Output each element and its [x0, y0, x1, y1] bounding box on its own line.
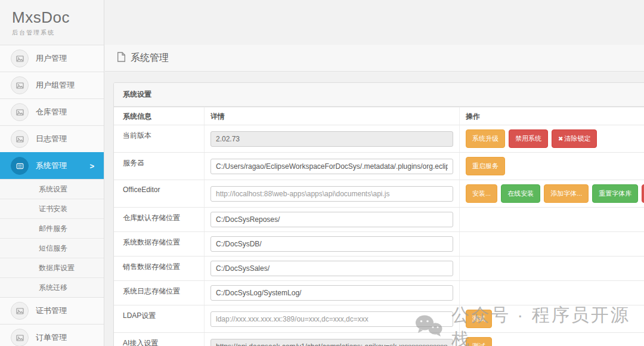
- current-version-input[interactable]: [210, 131, 453, 147]
- table-row: 仓库默认存储位置: [114, 207, 644, 231]
- setting-label: 系统日志存储位置: [114, 281, 205, 305]
- sidebar-item-label: 用户组管理: [36, 80, 75, 91]
- server-path-input[interactable]: [210, 159, 453, 174]
- sidebar-subitem-system-migration[interactable]: 系统迁移: [0, 277, 104, 297]
- image-icon: [11, 302, 29, 320]
- col-header-actions: 操作: [460, 107, 644, 125]
- app-logo: MxsDoc 后台管理系统: [0, 0, 104, 45]
- sidebar-item-label: 证书管理: [36, 305, 67, 316]
- table-row: AI接入设置 测试: [114, 332, 644, 346]
- setting-label: 系统数据存储位置: [114, 232, 205, 256]
- disable-button[interactable]: 禁用: [642, 184, 644, 203]
- table-row: 系统日志存储位置: [114, 280, 644, 305]
- setting-label: 服务器: [114, 153, 205, 180]
- restart-service-button[interactable]: 重启服务: [466, 157, 505, 175]
- ldap-test-button[interactable]: 测试: [466, 310, 492, 328]
- system-upgrade-button[interactable]: 系统升级: [466, 129, 505, 148]
- sidebar-item-repository-management[interactable]: 仓库管理: [0, 98, 104, 125]
- system-log-storage-input[interactable]: [210, 285, 453, 301]
- sidebar-subitem-database-settings[interactable]: 数据库设置: [0, 258, 104, 277]
- sidebar-item-usergroup-management[interactable]: 用户组管理: [0, 72, 104, 98]
- sidebar: MxsDoc 后台管理系统 用户管理 用户组管理 仓库管理 日志管理 系统管理 …: [0, 0, 104, 346]
- sidebar-item-label: 仓库管理: [36, 107, 67, 118]
- table-row: 销售数据存储位置: [114, 256, 644, 280]
- install-button[interactable]: 安装...: [466, 184, 497, 203]
- office-editor-input[interactable]: [210, 186, 453, 202]
- image-icon: [11, 103, 29, 121]
- table-row: LDAP设置 测试: [114, 305, 644, 332]
- table-row: 当前版本 系统升级 禁用系统 ✖清除锁定: [114, 125, 644, 152]
- setting-label: 仓库默认存储位置: [114, 208, 205, 231]
- table-row: OfficeEditor 安装... 在线安装 添加字体... 重置字体库 禁用: [114, 180, 644, 207]
- col-header-system-info: 系统信息: [114, 107, 205, 125]
- col-header-details: 详情: [205, 107, 460, 125]
- content-area: 系统设置 系统信息 详情 操作 当前版本 系统升级 禁用系统 ✖清除锁定 服务器: [105, 72, 644, 346]
- reset-font-library-button[interactable]: 重置字体库: [592, 184, 638, 203]
- file-icon: [117, 52, 126, 64]
- page-title: 系统管理: [131, 52, 169, 64]
- remove-icon: ✖: [558, 135, 563, 142]
- table-row: 系统数据存储位置: [114, 231, 644, 256]
- app-subtitle: 后台管理系统: [12, 29, 104, 37]
- list-icon: [11, 157, 29, 175]
- table-row: 服务器 重启服务: [114, 152, 644, 180]
- sidebar-item-system-management[interactable]: 系统管理 >: [0, 152, 104, 179]
- disable-system-button[interactable]: 禁用系统: [509, 129, 548, 148]
- chevron-right-icon: >: [89, 162, 94, 171]
- add-font-button[interactable]: 添加字体...: [544, 184, 589, 203]
- sales-data-storage-input[interactable]: [210, 261, 453, 276]
- sidebar-item-certificate-management[interactable]: 证书管理: [0, 297, 104, 324]
- setting-label: AI接入设置: [114, 333, 205, 346]
- setting-label: LDAP设置: [114, 305, 205, 332]
- sidebar-subitem-sms-service[interactable]: 短信服务: [0, 238, 104, 258]
- image-icon: [11, 130, 29, 148]
- ldap-settings-input[interactable]: [210, 311, 453, 327]
- clear-lock-button[interactable]: ✖清除锁定: [552, 129, 597, 148]
- image-icon: [11, 329, 29, 346]
- online-install-button[interactable]: 在线安装: [501, 184, 540, 203]
- sidebar-item-order-management[interactable]: 订单管理: [0, 324, 104, 346]
- ai-access-input[interactable]: [210, 339, 453, 346]
- image-icon: [11, 50, 29, 67]
- ai-test-button[interactable]: 测试: [466, 337, 492, 346]
- panel-title: 系统设置: [114, 83, 644, 107]
- main-content: 系统管理 系统设置 系统信息 详情 操作 当前版本 系统升级 禁用系统 ✖清除锁…: [105, 0, 644, 346]
- sidebar-subitem-mail-service[interactable]: 邮件服务: [0, 218, 104, 238]
- setting-label: OfficeEditor: [114, 180, 205, 207]
- sidebar-item-log-management[interactable]: 日志管理: [0, 125, 104, 152]
- sidebar-item-label: 用户管理: [36, 53, 67, 64]
- settings-panel: 系统设置 系统信息 详情 操作 当前版本 系统升级 禁用系统 ✖清除锁定 服务器: [113, 82, 644, 346]
- system-data-storage-input[interactable]: [210, 236, 453, 252]
- sidebar-item-label: 系统管理: [36, 160, 67, 171]
- sidebar-item-user-management[interactable]: 用户管理: [0, 45, 104, 72]
- image-icon: [11, 76, 29, 94]
- sidebar-item-label: 订单管理: [36, 332, 67, 343]
- sidebar-item-label: 日志管理: [36, 134, 67, 144]
- sidebar-subitem-certificate-install[interactable]: 证书安装: [0, 199, 104, 218]
- sidebar-subitem-system-settings[interactable]: 系统设置: [0, 179, 104, 199]
- page-header: 系统管理: [105, 45, 644, 72]
- repo-storage-input[interactable]: [210, 212, 453, 227]
- table-header: 系统信息 详情 操作: [114, 107, 644, 125]
- setting-label: 销售数据存储位置: [114, 257, 205, 280]
- setting-label: 当前版本: [114, 125, 205, 152]
- app-title: MxsDoc: [12, 8, 104, 27]
